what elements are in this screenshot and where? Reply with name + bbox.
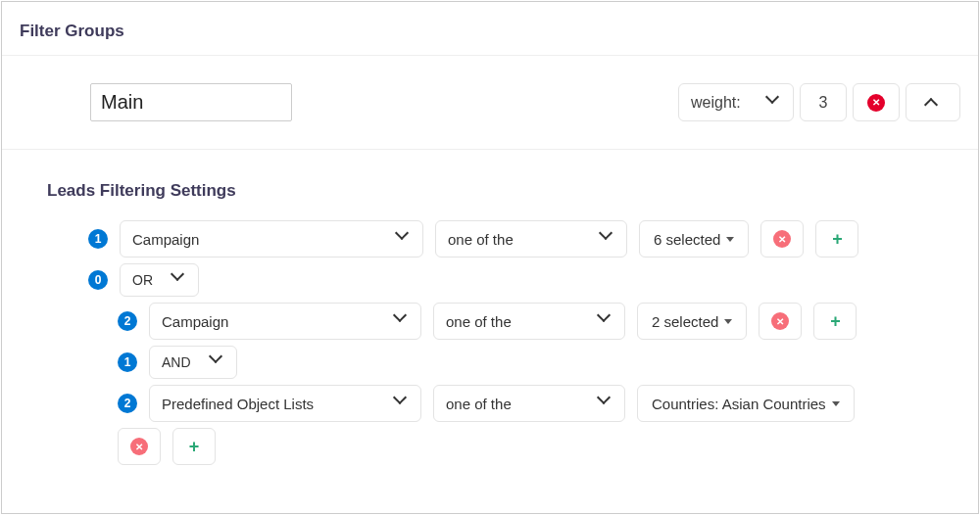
row-badge: 0 [88, 270, 108, 290]
row-badge: 1 [118, 352, 137, 372]
operator-label: one of the [446, 313, 512, 330]
field-dropdown[interactable]: Predefined Object Lists [149, 385, 421, 422]
close-icon: ✕ [773, 230, 791, 248]
chevron-up-icon [926, 96, 940, 110]
caret-down-icon [832, 401, 840, 406]
add-row-button[interactable]: + [813, 303, 857, 340]
operator-dropdown[interactable]: one of the [433, 385, 625, 422]
group-name-input[interactable] [90, 83, 292, 121]
chevron-down-icon [599, 314, 612, 328]
chevron-down-icon [767, 96, 781, 110]
remove-row-button[interactable]: ✕ [760, 220, 804, 258]
plus-icon: + [830, 311, 841, 332]
value-label: 2 selected [652, 313, 718, 330]
weight-value: 3 [819, 94, 828, 112]
logic-label: AND [162, 354, 191, 370]
field-label: Campaign [162, 313, 228, 330]
weight-label: weight: [691, 94, 741, 112]
logic-operator-dropdown[interactable]: AND [149, 346, 237, 379]
row-badge: 2 [118, 394, 137, 413]
filter-area: 1 Campaign one of the 6 selected ✕ + 0 [2, 220, 978, 465]
row-badge: 2 [118, 311, 137, 331]
remove-row-button[interactable]: ✕ [759, 303, 802, 340]
weight-value-input[interactable]: 3 [800, 83, 847, 121]
add-row-button[interactable]: + [172, 428, 216, 465]
plus-icon: + [189, 437, 200, 457]
logic-row: 1 AND [2, 346, 939, 379]
logic-operator-dropdown[interactable]: OR [120, 263, 199, 297]
group-config-row: weight: 3 ✕ [2, 56, 978, 150]
remove-row-button[interactable]: ✕ [118, 428, 161, 465]
value-dropdown[interactable]: 6 selected [639, 220, 749, 258]
chevron-down-icon [395, 314, 409, 328]
delete-group-button[interactable]: ✕ [853, 83, 900, 121]
field-label: Predefined Object Lists [162, 396, 314, 412]
filter-row: 2 Campaign one of the 2 selected ✕ + [2, 303, 939, 340]
filter-groups-panel: Filter Groups weight: 3 ✕ Leads Filterin… [1, 1, 979, 514]
operator-dropdown[interactable]: one of the [433, 303, 625, 340]
close-icon: ✕ [771, 312, 789, 330]
collapse-button[interactable] [906, 83, 960, 121]
operator-dropdown[interactable]: one of the [435, 220, 627, 258]
field-dropdown[interactable]: Campaign [149, 303, 421, 340]
chevron-down-icon [397, 232, 411, 246]
filter-row: 2 Predefined Object Lists one of the Cou… [2, 385, 939, 422]
row-badge: 1 [88, 229, 108, 249]
trailing-actions: ✕ + [2, 428, 939, 465]
panel-title: Filter Groups [20, 22, 960, 41]
chevron-down-icon [599, 397, 612, 410]
value-dropdown[interactable]: Countries: Asian Countries [637, 385, 855, 422]
chevron-down-icon [601, 232, 614, 246]
chevron-down-icon [172, 273, 186, 287]
field-label: Campaign [132, 231, 199, 248]
plus-icon: + [832, 229, 843, 250]
field-dropdown[interactable]: Campaign [120, 220, 423, 258]
chevron-down-icon [395, 397, 409, 410]
chevron-down-icon [211, 355, 224, 369]
operator-label: one of the [448, 231, 514, 248]
logic-label: OR [132, 272, 153, 288]
weight-dropdown[interactable]: weight: [678, 83, 794, 121]
value-label: 6 selected [654, 231, 720, 248]
value-dropdown[interactable]: 2 selected [637, 303, 747, 340]
value-label: Countries: Asian Countries [652, 396, 826, 412]
close-icon: ✕ [867, 94, 885, 112]
caret-down-icon [724, 319, 732, 324]
caret-down-icon [726, 237, 734, 242]
close-icon: ✕ [130, 438, 148, 455]
logic-row: 0 OR [2, 263, 939, 297]
panel-header: Filter Groups [2, 2, 978, 56]
add-row-button[interactable]: + [815, 220, 858, 258]
filter-row: 1 Campaign one of the 6 selected ✕ + [2, 220, 939, 258]
operator-label: one of the [446, 396, 512, 412]
section-title: Leads Filtering Settings [2, 150, 978, 220]
